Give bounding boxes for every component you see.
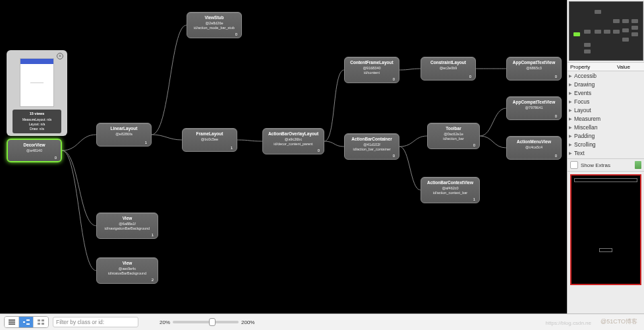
extras-icon (635, 161, 641, 169)
node-title: AppCompatTextView (511, 60, 557, 65)
node-abcont[interactable]: ActionBarContainer@41d102fid/action_bar_… (344, 133, 399, 160)
node-address: @9168340 (349, 66, 395, 70)
zoom-min-label: 20% (160, 319, 170, 325)
connection-wires (0, 0, 567, 314)
node-id: id/action_mode_bar_stub (191, 26, 237, 30)
watermark: @51CTO博客 (600, 317, 637, 326)
show-extras-checkbox[interactable] (570, 161, 578, 169)
prop-group-scrolling[interactable]: ▶Scrolling (568, 140, 644, 148)
minimap[interactable] (569, 1, 643, 61)
prop-group-measurem[interactable]: ▶Measurem (568, 114, 644, 123)
col-value: Value (603, 64, 644, 70)
node-viewstub[interactable]: ViewStub@2e8d26eid/action_mode_bar_stub0 (187, 12, 242, 38)
svg-rect-1 (9, 321, 15, 323)
node-title: ActionBarContextView (425, 180, 475, 185)
node-address: @af462c0 (425, 186, 475, 190)
node-title: ActionBarContainer (349, 137, 395, 141)
zoom-slider[interactable] (173, 321, 239, 323)
node-address: @c4ca5c4 (511, 145, 557, 149)
node-title: ActionBarOverlayLayout (267, 131, 320, 136)
node-count: 0 (555, 114, 557, 118)
node-title: LinearLayout (101, 126, 147, 131)
render-stats: 15 views MeasureLayout: n/a Layout: n/a … (13, 110, 61, 133)
expand-icon: ▶ (569, 99, 574, 104)
prop-group-text[interactable]: ▶Text (568, 148, 644, 157)
node-address: @7978641 (511, 106, 557, 110)
node-apptext1[interactable]: AppCompatTextView@6865c30 (506, 57, 562, 81)
node-id: id/content (349, 71, 395, 75)
node-linear[interactable]: LinearLayout@e8286fa1 (96, 123, 152, 147)
filter-input[interactable]: Filter by class or id: (53, 317, 138, 327)
prop-group-events[interactable]: ▶Events (568, 88, 644, 97)
device-preview (20, 58, 54, 107)
node-count: 0 (473, 143, 475, 147)
node-content[interactable]: ContentFrameLayout@9168340id/content0 (344, 57, 399, 83)
node-title: AppCompatTextView (511, 100, 557, 104)
layout-preview[interactable] (570, 174, 641, 285)
node-id: id/action_context_bar (425, 191, 475, 195)
node-ctxview[interactable]: ActionBarContextView@af462c0id/action_co… (421, 177, 480, 203)
node-count: 1 (152, 233, 154, 237)
show-extras-label: Show Extras (581, 162, 632, 168)
node-frame[interactable]: FrameLayout@bc0c5ee1 (182, 128, 237, 152)
node-count: 0 (318, 148, 320, 152)
node-title: View (101, 216, 154, 220)
prop-group-miscellan[interactable]: ▶Miscellan (568, 123, 644, 131)
node-count: 0 (555, 75, 557, 79)
expand-icon: ▶ (569, 82, 574, 86)
prop-group-layout[interactable]: ▶Layout (568, 106, 644, 114)
node-address: @2e8d26e (191, 21, 237, 25)
properties-list[interactable]: ▶Accessib▶Drawing▶Events▶Focus▶Layout▶Me… (568, 71, 644, 157)
node-id: id/statusBarBackground (101, 271, 154, 275)
view-mode-group (4, 316, 49, 328)
grid-view-button[interactable] (34, 317, 48, 327)
node-amenuv[interactable]: ActionMenuView@c4ca5c40 (506, 136, 562, 160)
prop-group-focus[interactable]: ▶Focus (568, 97, 644, 106)
watermark-url: https://blog.csdn.ne (546, 320, 591, 326)
node-overlay[interactable]: ActionBarOverlayLayout@a9c26bcid/decor_c… (262, 128, 324, 154)
expand-icon: ▶ (569, 108, 574, 112)
node-id: id/navigationBarBackground (101, 226, 154, 230)
list-view-button[interactable] (5, 317, 19, 327)
node-view2[interactable]: View@aec9e4cid/statusBarBackground2 (96, 257, 158, 284)
prop-group-padding[interactable]: ▶Padding (568, 131, 644, 140)
prop-group-accessib[interactable]: ▶Accessib (568, 71, 644, 80)
expand-icon: ▶ (569, 125, 574, 129)
graph-canvas[interactable]: × 15 views MeasureLayout: n/a Layout: n/… (0, 0, 567, 314)
svg-rect-4 (26, 319, 30, 321)
node-count: 1 (231, 146, 233, 150)
expand-icon: ▶ (569, 133, 574, 138)
svg-rect-3 (23, 321, 25, 323)
expand-icon: ▶ (569, 142, 574, 147)
node-decor[interactable]: DecorView@a481400 (7, 139, 62, 162)
node-id: id/decor_content_parent (267, 142, 320, 146)
node-title: FrameLayout (187, 131, 233, 136)
node-constr[interactable]: ConstraintLayout@ec2e0b90 (421, 57, 476, 81)
node-title: ActionMenuView (511, 139, 557, 144)
node-view1[interactable]: View@6a88a1fid/navigationBarBackground1 (96, 213, 158, 239)
node-address: @aec9e4c (101, 267, 154, 271)
right-panel: Property Value ▶Accessib▶Drawing▶Events▶… (567, 0, 644, 314)
expand-icon: ▶ (569, 73, 574, 78)
node-address: @0ac62e1e (432, 132, 475, 136)
prop-group-drawing[interactable]: ▶Drawing (568, 80, 644, 88)
svg-rect-7 (42, 319, 44, 321)
node-apptext2[interactable]: AppCompatTextView@79786410 (506, 96, 562, 120)
node-count: 0 (55, 156, 57, 160)
svg-rect-2 (9, 323, 15, 325)
node-count: 2 (152, 278, 154, 282)
device-preview-card[interactable]: × 15 views MeasureLayout: n/a Layout: n/… (7, 50, 67, 136)
node-address: @bc0c5ee (187, 137, 233, 141)
node-title: ContentFrameLayout (349, 60, 395, 65)
expand-icon: ▶ (569, 90, 574, 95)
stats-title: 15 views (15, 112, 59, 117)
tree-view-button[interactable] (19, 317, 34, 327)
node-address: @e8286fa (101, 132, 147, 136)
node-count: 0 (393, 154, 395, 158)
show-extras-row[interactable]: Show Extras (568, 158, 644, 172)
node-count: 1 (145, 141, 147, 145)
node-toolbar[interactable]: Toolbar@0ac62e1eid/action_bar0 (427, 123, 480, 149)
node-id: id/action_bar (432, 137, 475, 141)
close-icon[interactable]: × (57, 53, 63, 59)
node-title: ViewStub (191, 15, 237, 20)
